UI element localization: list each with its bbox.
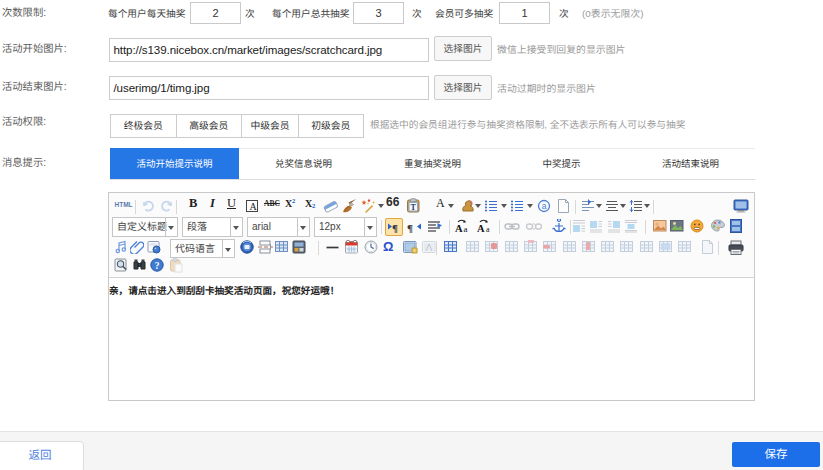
svg-text:A: A — [249, 201, 257, 212]
svg-text:a: a — [464, 224, 468, 233]
svg-text:¶: ¶ — [407, 222, 413, 234]
svg-text:¶: ¶ — [392, 222, 398, 234]
svg-text:a: a — [486, 225, 490, 233]
svg-text:T: T — [411, 203, 417, 212]
svg-text:A: A — [477, 223, 485, 233]
svg-text:A: A — [455, 223, 463, 233]
svg-text:?: ? — [155, 261, 160, 271]
svg-text:a: a — [542, 201, 547, 211]
